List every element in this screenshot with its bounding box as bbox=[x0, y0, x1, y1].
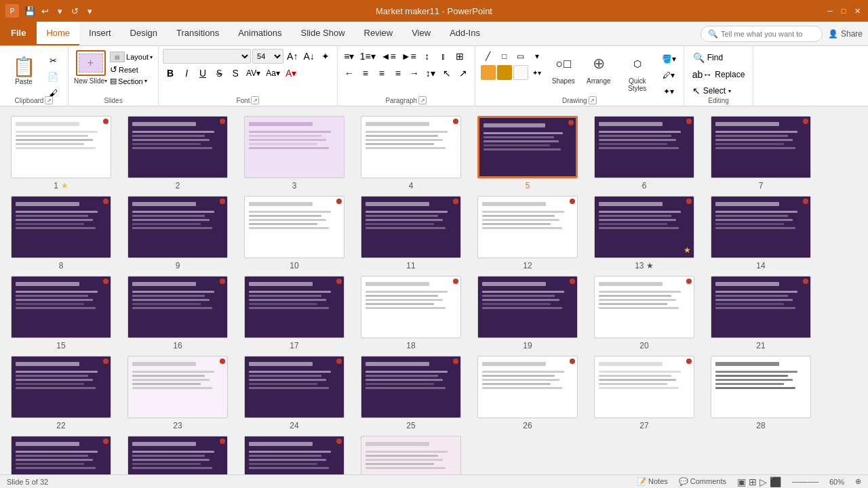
clipboard-expand[interactable]: ↗ bbox=[45, 96, 53, 104]
align-right-button[interactable]: ≡ bbox=[358, 66, 373, 81]
slide-item[interactable]: 8 bbox=[7, 196, 115, 270]
slide-item[interactable]: 21 bbox=[707, 276, 815, 350]
slide-item[interactable]: 30 bbox=[123, 436, 232, 475]
strikethrough-button[interactable]: S̶ bbox=[212, 66, 226, 81]
tab-home[interactable]: Home bbox=[37, 22, 79, 45]
increase-indent-button[interactable]: ►≡ bbox=[399, 49, 418, 64]
view-normal-button[interactable]: ▣ bbox=[737, 476, 746, 487]
arrange-button[interactable]: ⊕ Arrange bbox=[583, 49, 615, 86]
notes-button[interactable]: 📝 Notes bbox=[637, 477, 668, 486]
undo-button[interactable]: ↩ bbox=[38, 4, 52, 18]
decrease-font-button[interactable]: A↓ bbox=[301, 49, 316, 64]
align-center-button[interactable]: ≡ bbox=[374, 66, 389, 81]
tab-view[interactable]: View bbox=[402, 22, 440, 45]
minimize-button[interactable]: ─ bbox=[825, 5, 835, 16]
new-slide-dropdown[interactable]: New Slide ▾ bbox=[74, 77, 107, 85]
clear-format-button[interactable]: ✦ bbox=[318, 49, 333, 64]
slide-item[interactable]: 28 bbox=[707, 356, 815, 430]
view-sorter-button[interactable]: ⊞ bbox=[749, 476, 757, 487]
layout-button[interactable]: ▤ Layout ▾ bbox=[110, 52, 153, 62]
slide-item[interactable]: 17 bbox=[240, 276, 349, 350]
tab-review[interactable]: Review bbox=[355, 22, 403, 45]
customize-qat-button[interactable]: ▾ bbox=[83, 4, 96, 18]
slide-item[interactable]: 14 bbox=[707, 196, 815, 270]
redo-button[interactable]: ↺ bbox=[68, 4, 81, 18]
search-bar[interactable]: 🔍 bbox=[701, 26, 823, 42]
tab-addins[interactable]: Add-Ins bbox=[440, 22, 490, 45]
char-spacing-button[interactable]: AV▾ bbox=[244, 66, 262, 81]
slide-item[interactable]: 7 bbox=[707, 116, 815, 190]
effects-button[interactable]: ✦▾ bbox=[530, 65, 545, 80]
align-justify-button[interactable]: ≡ bbox=[391, 66, 406, 81]
copy-button[interactable]: 📄 bbox=[43, 69, 62, 84]
slide-item[interactable]: 15 bbox=[7, 276, 115, 350]
slide-item[interactable]: 11 bbox=[357, 196, 465, 270]
slide-item[interactable]: 26 bbox=[473, 356, 582, 430]
shape-rounded-rect[interactable]: ▭ bbox=[513, 49, 528, 64]
tab-file[interactable]: File bbox=[0, 22, 37, 45]
view-reading-button[interactable]: ▷ bbox=[760, 476, 767, 487]
reset-button[interactable]: ↺ Reset bbox=[110, 64, 153, 75]
slide-item[interactable]: 20 bbox=[590, 276, 698, 350]
slide-item[interactable]: 23 bbox=[123, 356, 232, 430]
new-slide-icon[interactable]: + bbox=[76, 50, 106, 76]
cut-button[interactable]: ✂ bbox=[43, 53, 62, 68]
font-color-button[interactable]: A▾ bbox=[283, 66, 298, 81]
zoom-slider[interactable]: ⊕ bbox=[855, 477, 861, 486]
select-button[interactable]: ↖ Select ▾ bbox=[690, 84, 748, 98]
save-button[interactable]: 💾 bbox=[23, 4, 37, 18]
slide-item[interactable]: 4 bbox=[357, 116, 465, 190]
increase-font-button[interactable]: A↑ bbox=[285, 49, 300, 64]
shape-more[interactable]: ▾ bbox=[530, 49, 545, 64]
slide-item[interactable]: 9 bbox=[123, 196, 232, 270]
tab-transitions[interactable]: Transitions bbox=[167, 22, 229, 45]
slide-item[interactable]: 27 bbox=[590, 356, 698, 430]
slide-item[interactable]: 19 bbox=[473, 276, 582, 350]
shape-white[interactable] bbox=[513, 65, 528, 80]
font-case-button[interactable]: Aa▾ bbox=[264, 66, 282, 81]
search-input[interactable] bbox=[721, 30, 802, 38]
section-button[interactable]: ▤ Section ▾ bbox=[110, 77, 153, 85]
replace-button[interactable]: ab↔ Replace bbox=[690, 68, 748, 81]
align-left-button[interactable]: → bbox=[407, 66, 422, 81]
find-button[interactable]: 🔍 Find bbox=[690, 50, 748, 65]
text-direction-button[interactable]: ↕ bbox=[420, 49, 435, 64]
decrease-indent-button[interactable]: ◄≡ bbox=[379, 49, 398, 64]
shape-rect[interactable]: □ bbox=[497, 49, 512, 64]
bold-button[interactable]: B bbox=[163, 66, 178, 81]
slide-item[interactable]: 12 bbox=[473, 196, 582, 270]
slide-item[interactable]: 32 bbox=[357, 436, 465, 475]
slide-item[interactable]: 6 bbox=[590, 116, 698, 190]
slide-item[interactable]: 10 bbox=[240, 196, 349, 270]
quick-styles-button[interactable]: ⬡ QuickStyles bbox=[618, 49, 657, 94]
maximize-button[interactable]: □ bbox=[838, 5, 849, 16]
slide-item[interactable]: 24 bbox=[240, 356, 349, 430]
slide-item[interactable]: 31 bbox=[240, 436, 349, 475]
slide-item[interactable]: 16 bbox=[123, 276, 232, 350]
slide-item[interactable]: 1★ bbox=[7, 116, 115, 190]
font-expand[interactable]: ↗ bbox=[251, 96, 259, 104]
close-button[interactable]: ✕ bbox=[852, 5, 863, 16]
font-size-select[interactable]: 54 bbox=[252, 49, 283, 64]
line-spacing-button[interactable]: ↕▾ bbox=[423, 66, 438, 81]
view-slideshow-button[interactable]: ⬛ bbox=[770, 476, 781, 487]
bullets-button[interactable]: ≡▾ bbox=[342, 49, 357, 64]
slide-item[interactable]: 2 bbox=[123, 116, 232, 190]
slide-item[interactable]: 18 bbox=[357, 276, 465, 350]
slide-item[interactable]: 29 bbox=[7, 436, 115, 475]
ltr-button[interactable]: ↗ bbox=[456, 66, 471, 81]
numbering-button[interactable]: 1≡▾ bbox=[358, 49, 378, 64]
underline-button[interactable]: U bbox=[195, 66, 210, 81]
paste-button[interactable]: 📋 Paste bbox=[5, 52, 42, 89]
tab-animations[interactable]: Animations bbox=[229, 22, 291, 45]
text-columns-button[interactable]: ⫾ bbox=[436, 49, 451, 64]
slide-item[interactable]: 22 bbox=[7, 356, 115, 430]
undo-dropdown[interactable]: ▾ bbox=[53, 4, 66, 18]
text-direction2-button[interactable]: ← bbox=[342, 66, 357, 81]
shape-line[interactable]: ╱ bbox=[481, 49, 496, 64]
slide-item[interactable]: 3 bbox=[240, 116, 349, 190]
shape-colored1[interactable] bbox=[481, 65, 496, 80]
smart-art-button[interactable]: ⊞ bbox=[452, 49, 467, 64]
shape-colored2[interactable] bbox=[497, 65, 512, 80]
paragraph-expand[interactable]: ↗ bbox=[418, 96, 427, 104]
